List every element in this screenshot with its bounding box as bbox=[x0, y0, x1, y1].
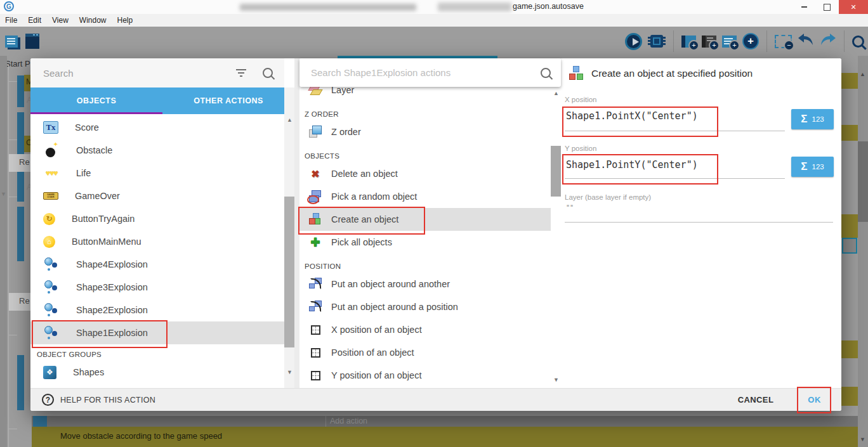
action-list-scrollbar[interactable] bbox=[551, 87, 561, 388]
scroll-up-icon[interactable]: ▲ bbox=[860, 71, 865, 77]
restore-button[interactable] bbox=[817, 0, 836, 14]
help-icon[interactable]: ? bbox=[42, 394, 54, 406]
remove-event-icon[interactable] bbox=[775, 35, 792, 48]
gdevelop-window: G game.json.autosave ✕ FileEditViewWindo… bbox=[0, 0, 868, 447]
object-item-buttonmainmenu[interactable]: ⌂ButtonMainMenu bbox=[30, 230, 284, 253]
menu-window[interactable]: Window bbox=[79, 16, 107, 25]
scene-events-icon[interactable] bbox=[5, 36, 18, 48]
action-search-input[interactable] bbox=[310, 67, 541, 79]
object-item-score[interactable]: TxScore bbox=[30, 116, 284, 139]
expression-editor-button[interactable]: Σ123 bbox=[791, 109, 834, 129]
action-header: Create an object at specified position bbox=[569, 66, 753, 81]
selected-field-outline bbox=[842, 238, 857, 254]
scroll-up-icon[interactable]: ▲ bbox=[553, 90, 559, 96]
add-action-link[interactable]: Add action bbox=[330, 417, 367, 425]
field-label: X position bbox=[565, 96, 597, 103]
object-item-obstacle[interactable]: Obstacle bbox=[30, 139, 284, 162]
scene-editor-icon[interactable] bbox=[25, 34, 39, 49]
menu-file[interactable]: File bbox=[5, 16, 17, 25]
action-item-x-position-of-an-object[interactable]: X position of an object bbox=[299, 318, 551, 341]
particles-icon bbox=[43, 325, 60, 340]
tab-other-actions[interactable]: OTHER ACTIONS bbox=[162, 87, 294, 114]
filter-icon[interactable] bbox=[235, 69, 246, 77]
action-search-bar bbox=[299, 58, 561, 87]
add-comment-icon[interactable] bbox=[702, 36, 716, 48]
add-new-icon[interactable]: + bbox=[742, 33, 759, 49]
scrollbar-thumb[interactable] bbox=[284, 197, 294, 347]
action-item-put-an-object-around-a-position[interactable]: Put an object around a position bbox=[299, 295, 551, 318]
tab-objects[interactable]: OBJECTS bbox=[30, 87, 162, 114]
play-icon[interactable] bbox=[625, 33, 642, 50]
add-event-icon[interactable] bbox=[681, 36, 696, 48]
object-item-buttontryagain[interactable]: ↻ButtonTryAgain bbox=[30, 207, 284, 230]
object-item-gameover[interactable]: GAME OVERGameOver bbox=[30, 185, 284, 207]
add-subevent-icon[interactable] bbox=[722, 36, 737, 48]
axis-icon bbox=[308, 323, 322, 336]
action-title: Create an object at specified position bbox=[591, 68, 753, 79]
search-icon[interactable] bbox=[852, 36, 864, 48]
field-value-input[interactable]: Shape1.PointX("Center") bbox=[566, 110, 698, 122]
expression-editor-button[interactable]: Σ123 bbox=[791, 157, 834, 177]
object-item-shape3explosion[interactable]: Shape3Explosion bbox=[30, 276, 284, 299]
bomb-icon bbox=[43, 143, 60, 158]
minimize-button[interactable] bbox=[794, 0, 813, 14]
cancel-button[interactable]: CANCEL bbox=[734, 394, 778, 405]
scrollbar-thumb[interactable] bbox=[551, 146, 561, 197]
action-item-y-position-of-an-object[interactable]: Y position of an object bbox=[299, 364, 551, 387]
action-list: LayerZ ORDERZ orderOBJECTS✖Delete an obj… bbox=[299, 79, 551, 387]
action-item-pick-a-random-object[interactable]: Pick a random object bbox=[299, 185, 551, 208]
group-item-shapes[interactable]: ❖Shapes bbox=[30, 361, 284, 384]
event-comment[interactable]: Move obstacle according to the game spee… bbox=[32, 427, 858, 447]
ok-button[interactable]: OK bbox=[804, 394, 825, 405]
action-item-pick-all-objects[interactable]: ✚Pick all objects bbox=[299, 231, 551, 254]
menu-help[interactable]: Help bbox=[117, 16, 133, 25]
menu-edit[interactable]: Edit bbox=[28, 16, 41, 25]
help-link[interactable]: HELP FOR THIS ACTION bbox=[60, 396, 155, 405]
object-groups-header: OBJECT GROUPS bbox=[30, 344, 284, 361]
home-icon: ⌂ bbox=[43, 236, 55, 248]
action-item-z-order[interactable]: Z order bbox=[299, 120, 551, 143]
pick-random-icon bbox=[308, 190, 322, 203]
action-item-position-of-an-object[interactable]: Position of an object bbox=[299, 341, 551, 364]
close-button[interactable]: ✕ bbox=[839, 0, 868, 14]
create-cubes-icon bbox=[308, 213, 322, 226]
scroll-down-icon[interactable]: ▼ bbox=[553, 377, 559, 383]
field-value-input[interactable]: Shape1.PointY("Center") bbox=[566, 159, 698, 171]
scroll-up-icon[interactable]: ▲ bbox=[287, 117, 293, 123]
debug-icon[interactable] bbox=[650, 35, 663, 48]
section-header-z-order: Z ORDER bbox=[299, 101, 551, 120]
object-item-shape4explosion[interactable]: Shape4Explosion bbox=[30, 253, 284, 276]
blurred-path-segment bbox=[240, 4, 416, 11]
field-value-input[interactable]: "" bbox=[566, 204, 574, 211]
action-item-put-an-object-around-another[interactable]: Put an object around another bbox=[299, 273, 551, 295]
title-bar: G game.json.autosave ✕ bbox=[0, 0, 868, 15]
new-action-dialog: OBJECTSOTHER ACTIONS TxScoreObstacle♥♥♥L… bbox=[30, 58, 841, 411]
menu-view[interactable]: View bbox=[52, 16, 69, 25]
main-toolbar: + bbox=[0, 27, 868, 56]
menu-bar: FileEditViewWindowHelp bbox=[0, 14, 868, 27]
scroll-down-icon[interactable]: ▼ bbox=[860, 436, 865, 443]
events-editor-background: Start P ▼ MACReARe ▲ ▼ A bbox=[0, 56, 868, 447]
section-header-objects: OBJECTS bbox=[299, 143, 551, 162]
object-item-shape1explosion[interactable]: Shape1Explosion bbox=[30, 321, 284, 344]
collapse-arrow-icon[interactable]: ▼ bbox=[1, 191, 6, 197]
events-left-gutter bbox=[0, 56, 7, 447]
shapes-group-icon: ❖ bbox=[43, 366, 56, 379]
undo-icon[interactable] bbox=[798, 33, 814, 49]
search-icon[interactable] bbox=[263, 68, 273, 78]
object-search-input[interactable] bbox=[42, 67, 235, 79]
dialog-footer: ? HELP FOR THIS ACTION CANCEL OK bbox=[30, 388, 841, 411]
events-vertical-scrollbar[interactable] bbox=[858, 56, 868, 447]
scrollbar-thumb[interactable] bbox=[858, 141, 868, 222]
event-actions-column: Add action bbox=[32, 416, 858, 427]
action-item-create-an-object[interactable]: Create an object bbox=[299, 208, 551, 231]
action-item-delete-an-object[interactable]: ✖Delete an object bbox=[299, 162, 551, 185]
object-item-shape2explosion[interactable]: Shape2Explosion bbox=[30, 299, 284, 321]
action-parameters-panel: Create an object at specified position X… bbox=[561, 58, 841, 388]
redo-icon[interactable] bbox=[820, 33, 836, 49]
scroll-down-icon[interactable]: ▼ bbox=[287, 369, 293, 375]
object-item-life[interactable]: ♥♥♥Life bbox=[30, 162, 284, 185]
retry-icon: ↻ bbox=[43, 213, 55, 225]
search-icon[interactable] bbox=[541, 68, 551, 78]
text-object-icon: Tx bbox=[43, 121, 58, 134]
